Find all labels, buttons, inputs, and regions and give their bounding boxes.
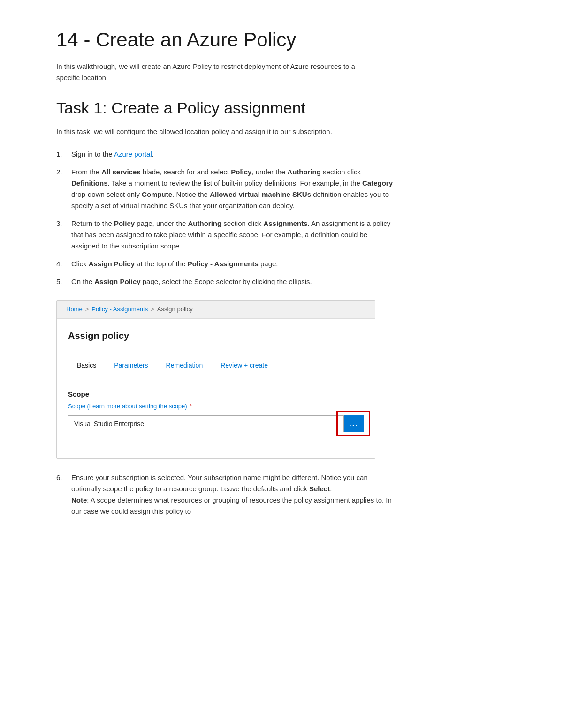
step2-bold-authoring: Authoring (287, 168, 321, 176)
step5-bold-assign: Assign Policy (94, 278, 140, 285)
scope-ellipsis-button[interactable]: ... (344, 415, 364, 432)
step-3: Return to the Policy page, under the Aut… (56, 218, 394, 252)
tabs-row: Basics Parameters Remediation Review + c… (68, 354, 364, 375)
step-2: From the All services blade, search for … (56, 166, 394, 211)
step2-bold-compute: Compute (142, 190, 172, 198)
task-title: Task 1: Create a Policy assignment (56, 98, 507, 118)
step2-bold-allservices: All services (101, 168, 140, 176)
step4-bold-assign: Assign Policy (89, 260, 135, 268)
required-indicator: * (190, 403, 192, 410)
main-title: 14 - Create an Azure Policy (56, 28, 507, 52)
step2-bold-category: Category (362, 179, 393, 187)
scope-sub-label: Scope (Learn more about setting the scop… (68, 402, 364, 412)
screenshot-content-area: Assign policy Basics Parameters Remediat… (57, 319, 375, 458)
step3-bold-authoring: Authoring (188, 219, 222, 227)
step3-bold-assignments: Assignments (263, 219, 307, 227)
azure-portal-link[interactable]: Azure portal (114, 150, 152, 158)
steps-list: Sign in to the Azure portal. From the Al… (56, 149, 507, 287)
screenshot-bottom-hint (68, 442, 364, 449)
scope-input[interactable] (68, 415, 344, 432)
intro-paragraph: In this walkthrough, we will create an A… (56, 61, 375, 83)
step2-bold-skus: Allowed virtual machine SKUs (210, 190, 311, 198)
breadcrumb: Home > Policy - Assignments > Assign pol… (57, 301, 375, 319)
tab-parameters[interactable]: Parameters (105, 355, 157, 375)
step-1-text-after: . (152, 150, 154, 158)
tab-basics[interactable]: Basics (68, 355, 105, 375)
breadcrumb-current: Assign policy (157, 305, 193, 315)
step-6-note: Note: A scope determines what resources … (71, 495, 394, 517)
scope-main-label: Scope (68, 389, 364, 400)
breadcrumb-sep2: > (151, 305, 154, 315)
scope-input-container: ... (68, 415, 364, 432)
step-6-block: Ensure your subscription is selected. Yo… (71, 472, 394, 517)
step4-bold-page: Policy - Assignments (188, 260, 259, 268)
tab-remediation[interactable]: Remediation (157, 355, 212, 375)
tab-review-create[interactable]: Review + create (212, 355, 277, 375)
breadcrumb-policy-assignments[interactable]: Policy - Assignments (91, 305, 148, 315)
step-4-content: Click Assign Policy at the top of the Po… (71, 258, 394, 270)
step3-bold-policy: Policy (114, 219, 135, 227)
scope-section: Scope Scope (Learn more about setting th… (68, 389, 364, 432)
step2-bold-policy: Policy (231, 168, 251, 176)
step-6-main-text: Ensure your subscription is selected. Yo… (71, 472, 394, 495)
assign-policy-heading: Assign policy (68, 328, 364, 343)
step-5-content: On the Assign Policy page, select the Sc… (71, 276, 394, 287)
step-2-content: From the All services blade, search for … (71, 166, 394, 211)
step-1-content: Sign in to the Azure portal. (71, 149, 394, 160)
step-1-text-before: Sign in to the (71, 150, 114, 158)
step-1: Sign in to the Azure portal. (56, 149, 394, 160)
breadcrumb-sep1: > (85, 305, 89, 315)
step-5: On the Assign Policy page, select the Sc… (56, 276, 394, 287)
task-intro: In this task, we will configure the allo… (56, 126, 394, 137)
screenshot-container: Home > Policy - Assignments > Assign pol… (56, 300, 375, 459)
note-label: Note (71, 496, 87, 504)
breadcrumb-home[interactable]: Home (66, 305, 83, 315)
scope-sub-label-text: Scope (Learn more about setting the scop… (68, 403, 187, 410)
step-6-number: 6. (56, 472, 67, 517)
step-4: Click Assign Policy at the top of the Po… (56, 258, 394, 270)
step-3-content: Return to the Policy page, under the Aut… (71, 218, 394, 252)
step6-bold-select: Select (309, 485, 330, 493)
step2-bold-definitions: Definitions (71, 179, 108, 187)
step-6-wrapper: 6. Ensure your subscription is selected.… (56, 472, 394, 517)
